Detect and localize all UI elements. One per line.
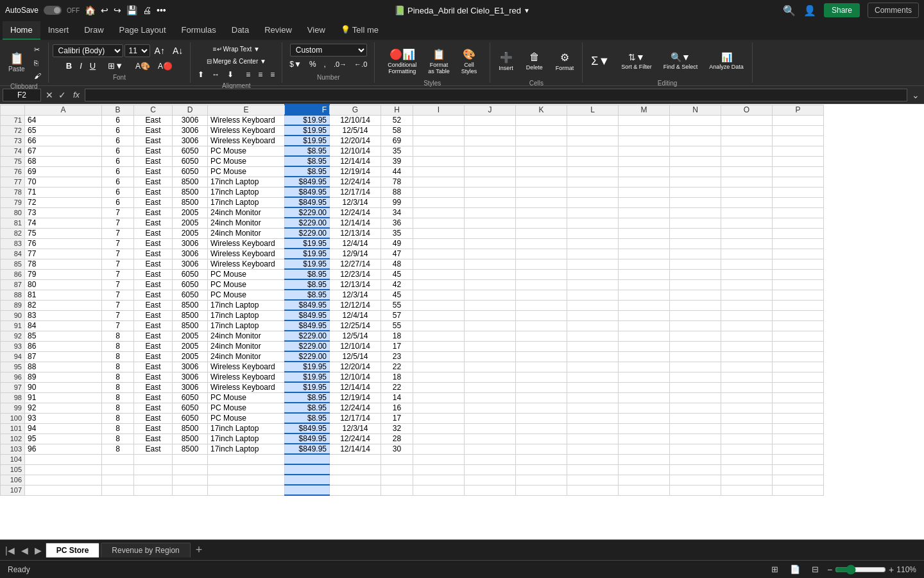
cell-p-99[interactable] bbox=[773, 403, 824, 413]
cell-g-76[interactable]: 12/19/14 bbox=[330, 166, 381, 177]
number-format-select[interactable]: Custom General Number Currency Accountin… bbox=[290, 44, 367, 57]
undo-icon[interactable]: ↩ bbox=[101, 5, 108, 15]
cell-c-72[interactable]: East bbox=[134, 125, 173, 136]
cell-a-84[interactable]: 77 bbox=[25, 249, 102, 259]
cell-l-87[interactable] bbox=[567, 279, 619, 290]
cell-i-93[interactable] bbox=[413, 341, 465, 351]
cell-j-80[interactable] bbox=[465, 207, 516, 218]
cell-m-94[interactable] bbox=[619, 351, 670, 362]
cell-l-81[interactable] bbox=[567, 218, 619, 228]
cell-e-102[interactable]: 17inch Laptop bbox=[208, 434, 285, 444]
cell-k-84[interactable] bbox=[516, 249, 567, 259]
cell-b-92[interactable]: 8 bbox=[102, 331, 134, 341]
cell-h-77[interactable]: 78 bbox=[381, 177, 413, 187]
cell-d-97[interactable]: 3006 bbox=[173, 382, 208, 392]
cell-m-79[interactable] bbox=[619, 197, 670, 207]
cell-i-88[interactable] bbox=[413, 290, 465, 300]
cell-j-88[interactable] bbox=[465, 290, 516, 300]
cell-i-80[interactable] bbox=[413, 207, 465, 218]
cell-c-91[interactable]: East bbox=[134, 320, 173, 331]
cell-d-76[interactable]: 6050 bbox=[173, 166, 208, 177]
cell-o-100[interactable] bbox=[721, 413, 773, 423]
cell-n-103[interactable] bbox=[670, 444, 721, 454]
formula-input[interactable] bbox=[85, 89, 907, 101]
cell-m-105[interactable] bbox=[619, 464, 670, 475]
cell-l-86[interactable] bbox=[567, 269, 619, 279]
cell-k-78[interactable] bbox=[516, 187, 567, 197]
cell-l-83[interactable] bbox=[567, 238, 619, 249]
cell-p-98[interactable] bbox=[773, 392, 824, 403]
cell-j-94[interactable] bbox=[465, 351, 516, 362]
cell-l-72[interactable] bbox=[567, 125, 619, 136]
cell-g-93[interactable]: 12/10/14 bbox=[330, 341, 381, 351]
cell-h-85[interactable]: 48 bbox=[381, 259, 413, 269]
cell-d-87[interactable]: 6050 bbox=[173, 279, 208, 290]
col-header-c[interactable]: C bbox=[134, 105, 173, 115]
cell-k-105[interactable] bbox=[516, 464, 567, 475]
cell-o-88[interactable] bbox=[721, 290, 773, 300]
cell-i-97[interactable] bbox=[413, 382, 465, 392]
cell-o-101[interactable] bbox=[721, 423, 773, 434]
cell-h-73[interactable]: 69 bbox=[381, 136, 413, 146]
cell-l-77[interactable] bbox=[567, 177, 619, 187]
cell-f-87[interactable]: $8.95 bbox=[285, 279, 330, 290]
row-number-97[interactable]: 97 bbox=[1, 382, 25, 392]
cell-k-99[interactable] bbox=[516, 403, 567, 413]
cell-j-79[interactable] bbox=[465, 197, 516, 207]
cell-b-86[interactable]: 7 bbox=[102, 269, 134, 279]
cell-b-99[interactable]: 8 bbox=[102, 403, 134, 413]
cell-d-75[interactable]: 6050 bbox=[173, 156, 208, 166]
zoom-out-button[interactable]: − bbox=[827, 565, 832, 575]
cell-b-103[interactable]: 8 bbox=[102, 444, 134, 454]
cell-g-79[interactable]: 12/3/14 bbox=[330, 197, 381, 207]
cell-p-100[interactable] bbox=[773, 413, 824, 423]
cell-p-103[interactable] bbox=[773, 444, 824, 454]
cell-g-97[interactable]: 12/14/14 bbox=[330, 382, 381, 392]
cell-n-75[interactable] bbox=[670, 156, 721, 166]
cell-i-90[interactable] bbox=[413, 310, 465, 320]
cell-d-98[interactable]: 6050 bbox=[173, 392, 208, 403]
cell-f-79[interactable]: $849.95 bbox=[285, 197, 330, 207]
cell-g-78[interactable]: 12/17/14 bbox=[330, 187, 381, 197]
cell-p-104[interactable] bbox=[773, 454, 824, 464]
cell-l-90[interactable] bbox=[567, 310, 619, 320]
cell-i-94[interactable] bbox=[413, 351, 465, 362]
cell-n-101[interactable] bbox=[670, 423, 721, 434]
cell-i-92[interactable] bbox=[413, 331, 465, 341]
cell-b-72[interactable]: 6 bbox=[102, 125, 134, 136]
conditional-formatting-button[interactable]: 🔴📊 ConditionalFormatting bbox=[383, 44, 421, 78]
cell-e-106[interactable] bbox=[208, 475, 285, 485]
page-break-view-button[interactable]: ⊟ bbox=[809, 563, 822, 576]
cell-j-82[interactable] bbox=[465, 228, 516, 238]
cell-f-80[interactable]: $229.00 bbox=[285, 207, 330, 218]
cell-p-71[interactable] bbox=[773, 115, 824, 125]
cell-k-103[interactable] bbox=[516, 444, 567, 454]
cell-h-88[interactable]: 45 bbox=[381, 290, 413, 300]
cell-i-76[interactable] bbox=[413, 166, 465, 177]
cell-o-95[interactable] bbox=[721, 362, 773, 372]
cell-f-88[interactable]: $8.95 bbox=[285, 290, 330, 300]
cell-k-95[interactable] bbox=[516, 362, 567, 372]
cell-i-95[interactable] bbox=[413, 362, 465, 372]
italic-button[interactable]: I bbox=[76, 59, 85, 73]
cell-d-89[interactable]: 8500 bbox=[173, 300, 208, 310]
currency-button[interactable]: $▼ bbox=[286, 58, 305, 71]
cell-m-86[interactable] bbox=[619, 269, 670, 279]
cell-a-73[interactable]: 66 bbox=[25, 136, 102, 146]
cell-c-105[interactable] bbox=[134, 464, 173, 475]
cell-d-88[interactable]: 6050 bbox=[173, 290, 208, 300]
cell-j-100[interactable] bbox=[465, 413, 516, 423]
home-icon[interactable]: 🏠 bbox=[85, 5, 96, 15]
cell-k-74[interactable] bbox=[516, 146, 567, 156]
cell-e-85[interactable]: Wireless Keyboard bbox=[208, 259, 285, 269]
col-header-e[interactable]: E bbox=[208, 105, 285, 115]
cell-m-99[interactable] bbox=[619, 403, 670, 413]
font-name-select[interactable]: Calibri (Body) bbox=[53, 44, 123, 57]
cell-f-107[interactable] bbox=[285, 485, 330, 495]
cell-c-76[interactable]: East bbox=[134, 166, 173, 177]
spreadsheet[interactable]: A B C D E F G H I J K L M N O P bbox=[0, 104, 924, 539]
col-header-f[interactable]: F bbox=[285, 105, 330, 115]
cell-d-82[interactable]: 2005 bbox=[173, 228, 208, 238]
cell-g-95[interactable]: 12/20/14 bbox=[330, 362, 381, 372]
fill-color-button[interactable]: A🎨 bbox=[132, 60, 153, 73]
